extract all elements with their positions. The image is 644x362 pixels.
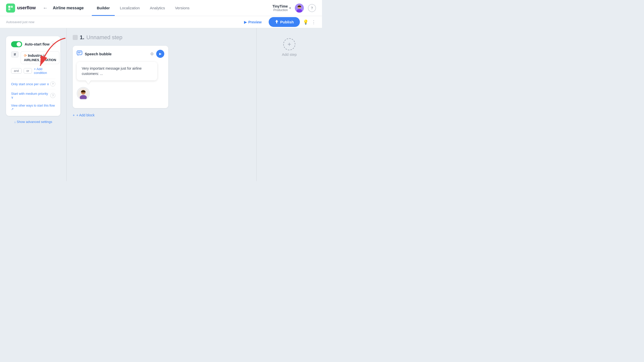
svg-rect-10 <box>78 53 80 53</box>
autosaved-text: Autosaved just now <box>6 20 34 24</box>
add-block-button[interactable]: + + Add block <box>73 110 250 120</box>
play-button[interactable]: ▶ <box>156 50 164 58</box>
middle-panel: 1. Unnamed step Speech bubble ⚙ ▶ <box>66 28 257 181</box>
publish-label: Publish <box>280 20 294 24</box>
add-block-label: + Add block <box>76 113 95 117</box>
message-text: Very important message just for airline … <box>82 66 142 76</box>
condition-value: AIRLINES_AVIATION <box>24 58 56 62</box>
show-advanced-link[interactable]: ↓ Show advanced settings <box>14 120 52 124</box>
add-condition-row: and or + Add condition <box>11 67 55 75</box>
add-step-label: Add step <box>282 52 297 57</box>
logo-text: userflow <box>17 5 36 11</box>
nav-tabs: Builder Localization Analytics Versions <box>92 1 194 16</box>
add-step-area[interactable]: + Add step <box>282 38 297 57</box>
condition-name: Industry <box>28 54 42 58</box>
speech-card-header: Speech bubble ⚙ ▶ <box>77 50 164 58</box>
step-name: Unnamed step <box>86 34 122 41</box>
start-priority-link[interactable]: Start with medium priority ∨ <box>11 92 50 99</box>
flow-card-title: Auto-start flow <box>11 41 50 47</box>
svg-rect-0 <box>8 6 10 8</box>
view-other-link[interactable]: View other ways to start this flow ↗ <box>11 104 55 111</box>
step-number: 1. <box>80 34 84 41</box>
start-priority-chevron: ∨ <box>11 96 14 99</box>
main-content: Auto-start flow ? If ⟳ Industry is AIRLI… <box>0 28 322 181</box>
if-badge[interactable]: If <box>11 51 19 58</box>
bubble-area: Very important message just for airline … <box>77 62 164 100</box>
condition-row: If ⟳ Industry is AIRLINES_AVIATION <box>11 51 55 64</box>
add-step-plus-icon: + <box>283 38 295 50</box>
speech-bubble-label: Speech bubble <box>85 52 148 56</box>
external-link-icon: ↗ <box>11 107 14 111</box>
only-start-info-icon[interactable]: ? <box>50 81 55 86</box>
auto-start-toggle[interactable] <box>11 41 22 47</box>
speech-bubble-icon <box>77 51 82 57</box>
flow-card-header: Auto-start flow ? <box>11 41 55 47</box>
right-panel: + Add step <box>257 28 322 181</box>
flow-info-icon[interactable]: ? <box>50 42 55 47</box>
chevron-down-icon: ▾ <box>289 6 291 10</box>
page-title: Airline message <box>53 6 84 10</box>
flow-label: Auto-start flow <box>25 42 50 46</box>
user-sub: Production <box>273 8 288 12</box>
tab-localization[interactable]: Localization <box>115 1 145 16</box>
subbar: Autosaved just now ▶ Preview Publish 💡 ⋮ <box>0 16 322 28</box>
add-block-plus-icon: + <box>73 113 75 117</box>
condition-top: ⟳ Industry is <box>24 54 56 58</box>
bubble-message: Very important message just for airline … <box>77 62 157 80</box>
preview-label: Preview <box>248 20 262 24</box>
preview-button[interactable]: ▶ Preview <box>240 18 266 26</box>
gear-icon[interactable]: ⚙ <box>150 52 154 56</box>
more-options-icon[interactable]: ⋮ <box>311 19 316 25</box>
add-condition-link[interactable]: + Add condition <box>34 67 55 75</box>
svg-point-15 <box>82 92 83 93</box>
step-header: 1. Unnamed step <box>73 34 250 41</box>
start-priority-info-icon[interactable]: ? <box>50 93 55 98</box>
start-priority-label: Start with medium priority <box>11 92 48 96</box>
speech-card: Speech bubble ⚙ ▶ Very important message… <box>73 46 168 108</box>
condition-op: is <box>43 54 45 58</box>
view-other-row: View other ways to start this flow ↗ <box>11 104 55 111</box>
tab-versions[interactable]: Versions <box>170 1 195 16</box>
avatar[interactable] <box>295 4 304 13</box>
preview-play-icon: ▶ <box>244 20 247 24</box>
and-button[interactable]: and <box>11 68 22 74</box>
publish-button[interactable]: Publish <box>269 17 300 27</box>
plus-icon: + <box>288 41 291 48</box>
avatar-icon <box>77 87 90 100</box>
help-icon[interactable]: ? <box>308 4 316 12</box>
step-indicator <box>73 35 78 40</box>
condition-type-icon: ⟳ <box>24 54 27 58</box>
tab-builder[interactable]: Builder <box>92 1 115 16</box>
left-panel: Auto-start flow ? If ⟳ Industry is AIRLI… <box>0 28 66 181</box>
svg-rect-1 <box>11 6 13 8</box>
nav-right: TinyTime Production ▾ ? <box>272 4 316 13</box>
only-start-link[interactable]: Only start once per user ∨ <box>11 82 49 86</box>
flow-card: Auto-start flow ? If ⟳ Industry is AIRLI… <box>6 36 60 116</box>
top-nav: userflow ← Airline message Builder Local… <box>0 0 322 16</box>
only-start-label: Only start once per user <box>11 82 46 86</box>
user-info[interactable]: TinyTime Production ▾ <box>272 4 291 12</box>
lightbulb-icon[interactable]: 💡 <box>303 19 308 25</box>
logo: userflow <box>6 4 36 13</box>
publish-icon <box>275 20 279 24</box>
only-start-row: Only start once per user ∨ ? <box>11 79 55 89</box>
only-start-chevron: ∨ <box>47 82 49 86</box>
tab-analytics[interactable]: Analytics <box>145 1 170 16</box>
back-arrow[interactable]: ← <box>42 4 49 12</box>
condition-box: ⟳ Industry is AIRLINES_AVIATION <box>21 51 59 64</box>
start-priority-row: Start with medium priority ∨ ? <box>11 89 55 102</box>
or-button[interactable]: or <box>24 68 32 74</box>
subbar-right: ▶ Preview Publish 💡 ⋮ <box>240 17 316 27</box>
logo-icon <box>6 4 15 13</box>
view-other-label: View other ways to start this flow <box>11 104 55 107</box>
svg-point-16 <box>84 92 85 93</box>
svg-rect-2 <box>8 8 10 10</box>
svg-rect-9 <box>78 52 81 52</box>
user-name: TinyTime <box>272 4 288 8</box>
